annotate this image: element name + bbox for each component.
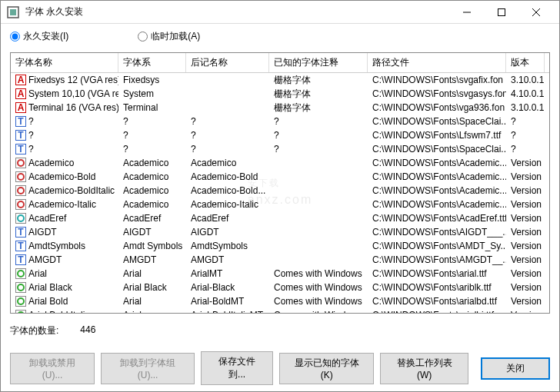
font-type-icon: T bbox=[15, 144, 26, 154]
cell-postscript bbox=[186, 93, 269, 95]
cell-path: C:\WINDOWS\Fonts\Academic... bbox=[368, 184, 506, 197]
cell-postscript: Academico bbox=[186, 157, 269, 169]
table-row[interactable]: AFixedsys 12 (VGA res)Fixedsys栅格字体C:\WIN… bbox=[11, 73, 549, 87]
cell-version: Version bbox=[506, 212, 545, 224]
font-count-value: 446 bbox=[80, 324, 95, 337]
font-type-icon bbox=[15, 171, 26, 182]
maximize-button[interactable] bbox=[484, 1, 518, 24]
col-name[interactable]: 字体名称 bbox=[11, 53, 118, 72]
cell-version: Version bbox=[506, 184, 545, 197]
table-body[interactable]: AFixedsys 12 (VGA res)Fixedsys栅格字体C:\WIN… bbox=[11, 73, 549, 313]
svg-text:T: T bbox=[18, 227, 24, 238]
svg-rect-1 bbox=[10, 9, 16, 15]
table-row[interactable]: TAIGDTAIGDTAIGDTC:\WINDOWS\Fonts\AIGDT__… bbox=[11, 225, 549, 239]
col-note[interactable]: 已知的字体注释 bbox=[269, 53, 368, 72]
table-row[interactable]: AcademicoAcademicoAcademicoC:\WINDOWS\Fo… bbox=[11, 156, 549, 170]
cell-path: C:\WINDOWS\Fonts\AIGDT___... bbox=[368, 226, 506, 238]
table-row[interactable]: Academico-ItalicAcademicoAcademico-Itali… bbox=[11, 198, 549, 211]
cell-postscript: ? bbox=[186, 115, 269, 128]
replace-worklist-button[interactable]: 替换工作列表(W) bbox=[380, 353, 468, 384]
radio-permanent-label: 永久安装(I) bbox=[23, 30, 68, 43]
table-row[interactable]: Academico-BoldAcademicoAcademico-BoldC:\… bbox=[11, 170, 549, 184]
cell-family: System bbox=[118, 88, 186, 100]
font-type-icon bbox=[15, 282, 26, 293]
table-row[interactable]: TAmdtSymbolsAmdt SymbolsAmdtSymbolsC:\WI… bbox=[11, 239, 549, 253]
cell-name: T? bbox=[11, 143, 118, 155]
table-row[interactable]: Arial Bold ItalicArialArial-BoldItalicMT… bbox=[11, 308, 549, 313]
table-row[interactable]: ASystem 10,10 (VGA res)System栅格字体C:\WIND… bbox=[11, 87, 549, 101]
cell-postscript: Arial-BoldItalicMT bbox=[186, 309, 269, 313]
font-type-icon bbox=[15, 310, 26, 313]
cell-version: ? bbox=[506, 143, 545, 155]
cell-path: C:\WINDOWS\Fonts\svgasys.fon bbox=[368, 88, 506, 100]
minimize-button[interactable] bbox=[449, 1, 484, 24]
table-row[interactable]: Arial BlackArial BlackArial-BlackComes w… bbox=[11, 281, 549, 294]
cell-note bbox=[269, 245, 368, 247]
table-row[interactable]: Arial BoldArialArial-BoldMTComes with Wi… bbox=[11, 294, 549, 308]
col-postscript[interactable]: 后记名称 bbox=[186, 53, 269, 72]
cell-name: ASystem 10,10 (VGA res) bbox=[11, 88, 118, 100]
cell-note: ? bbox=[269, 129, 368, 141]
col-path[interactable]: 路径文件 bbox=[368, 53, 506, 72]
cell-family: Arial bbox=[118, 309, 186, 313]
cell-note bbox=[269, 162, 368, 164]
table-row[interactable]: T????C:\WINDOWS\Fonts\SpaceClai...? bbox=[11, 115, 549, 128]
font-type-icon: T bbox=[15, 227, 26, 238]
cell-family: AcadEref bbox=[118, 212, 186, 224]
radio-permanent[interactable]: 永久安装(I) bbox=[10, 30, 68, 43]
cell-note bbox=[269, 204, 368, 205]
cell-version: 3.10.0.1 bbox=[506, 74, 545, 86]
col-version[interactable]: 版本 bbox=[506, 53, 545, 72]
cell-postscript: Arial-Black bbox=[186, 281, 269, 294]
app-icon bbox=[7, 6, 19, 18]
table-row[interactable]: T????C:\WINDOWS\Fonts\SpaceClai...? bbox=[11, 142, 549, 156]
font-type-icon: T bbox=[15, 116, 26, 127]
table-row[interactable]: TAMGDTAMGDTAMGDTC:\WINDOWS\Fonts\AMGDT__… bbox=[11, 253, 549, 267]
font-type-icon: T bbox=[15, 130, 26, 141]
cell-note: 栅格字体 bbox=[269, 101, 368, 115]
cell-path: C:\WINDOWS\Fonts\SpaceClai... bbox=[368, 143, 506, 155]
table-row[interactable]: ATerminal 16 (VGA res)Terminal栅格字体C:\WIN… bbox=[11, 101, 549, 115]
radio-permanent-input[interactable] bbox=[10, 32, 20, 42]
cell-postscript: Academico-Italic bbox=[186, 198, 269, 211]
table-row[interactable]: T????C:\WINDOWS\Fonts\Lfswm7.ttf? bbox=[11, 128, 549, 142]
cell-name: Arial Black bbox=[11, 281, 118, 294]
font-count-label: 字体的数量: bbox=[10, 324, 58, 337]
save-button[interactable]: 保存文件到... bbox=[201, 351, 273, 385]
font-type-icon bbox=[15, 158, 26, 168]
show-known-button[interactable]: 显示已知的字体(K) bbox=[279, 353, 374, 384]
radio-temp-input[interactable] bbox=[138, 32, 148, 42]
cell-note: Comes with Windows bbox=[269, 295, 368, 307]
svg-rect-3 bbox=[498, 8, 505, 15]
status-bar: 字体的数量: 446 bbox=[1, 317, 559, 345]
unload-button[interactable]: 卸载或禁用(U)... bbox=[10, 353, 95, 384]
button-bar: 卸载或禁用(U)... 卸载到字体组(U)... 保存文件到... 显示已知的字… bbox=[1, 345, 559, 391]
cell-version: Version bbox=[506, 240, 545, 252]
cell-path: C:\WINDOWS\Fonts\Lfswm7.ttf bbox=[368, 129, 506, 141]
cell-postscript bbox=[186, 79, 269, 81]
cell-postscript: AcadEref bbox=[186, 212, 269, 224]
cell-note bbox=[269, 190, 368, 191]
svg-text:A: A bbox=[18, 102, 25, 113]
cell-note bbox=[269, 259, 368, 261]
cell-version: Version bbox=[506, 157, 545, 169]
cell-name: T? bbox=[11, 115, 118, 128]
cell-postscript: AMGDT bbox=[186, 254, 269, 266]
unload-group-button[interactable]: 卸载到字体组(U)... bbox=[101, 353, 195, 384]
close-button[interactable] bbox=[518, 1, 553, 24]
cell-path: C:\WINDOWS\Fonts\AcadEref.ttf bbox=[368, 212, 506, 224]
table-row[interactable]: ArialArialArialMTComes with WindowsC:\WI… bbox=[11, 267, 549, 281]
cell-family: Academico bbox=[118, 171, 186, 183]
cell-path: C:\WINDOWS\Fonts\Academic... bbox=[368, 171, 506, 183]
cell-version: Version bbox=[506, 281, 545, 294]
cell-version: Version bbox=[506, 226, 545, 238]
cell-path: C:\WINDOWS\Fonts\vga936.fon bbox=[368, 101, 506, 114]
col-family[interactable]: 字体系 bbox=[118, 53, 186, 72]
cell-note bbox=[269, 218, 368, 219]
titlebar: 字体 永久安装 bbox=[1, 1, 559, 24]
cell-name: Academico bbox=[11, 157, 118, 169]
radio-temp[interactable]: 临时加载(A) bbox=[138, 30, 200, 43]
table-row[interactable]: AcadErefAcadErefAcadErefC:\WINDOWS\Fonts… bbox=[11, 211, 549, 225]
close-dialog-button[interactable]: 关闭 bbox=[481, 357, 550, 380]
table-row[interactable]: Academico-BoldItalicAcademicoAcademico-B… bbox=[11, 184, 549, 198]
